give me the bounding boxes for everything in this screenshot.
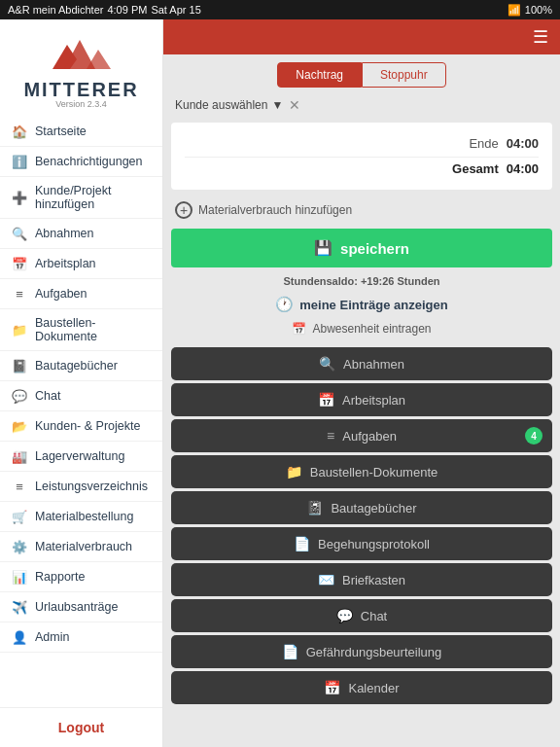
admin-icon: 👤 bbox=[12, 629, 27, 645]
begehungsprotokoll-menu-icon: 📄 bbox=[294, 536, 310, 551]
menu-item-bautagebuecher[interactable]: 📓 Bautagebücher bbox=[171, 491, 552, 524]
stoppuhr-toggle[interactable]: Stoppuhr bbox=[362, 62, 446, 88]
menu-item-gefaehrdungsbeurteilung[interactable]: 📄 Gefährdungsbeurteilung bbox=[171, 635, 552, 668]
aufgaben-menu-icon: ≡ bbox=[327, 428, 334, 444]
app-container: MITTERER Version 2.3.4 🏠 Startseite ℹ️ B… bbox=[0, 19, 560, 747]
sidebar-item-lagerverwaltung[interactable]: 🏭 Lagerverwaltung bbox=[0, 442, 162, 472]
materialbestellung-icon: 🛒 bbox=[12, 509, 27, 524]
menu-item-abnahmen[interactable]: 🔍 Abnahmen bbox=[171, 347, 552, 380]
meine-eintraege-row[interactable]: 🕐 meine Einträge anzeigen bbox=[163, 291, 560, 318]
gesamt-label: Gesamt bbox=[452, 161, 499, 176]
abnahmen-icon: 🔍 bbox=[12, 226, 27, 241]
aufgaben-icon: ≡ bbox=[12, 286, 27, 302]
plus-circle-icon: + bbox=[175, 201, 192, 219]
kunde-select-label: Kunde auswählen bbox=[175, 98, 267, 112]
menu-item-arbeitsplan[interactable]: 📅 Arbeitsplan bbox=[171, 383, 552, 416]
version-label: Version 2.3.4 bbox=[12, 99, 151, 109]
badge-aufgaben: 4 bbox=[525, 427, 542, 445]
abnahmen-menu-icon: 🔍 bbox=[319, 356, 335, 372]
main-header: ☰ bbox=[163, 19, 560, 54]
sidebar-item-aufgaben[interactable]: ≡ Aufgaben bbox=[0, 279, 162, 309]
menu-label-begehungsprotokoll: Begehungsprotokoll bbox=[318, 537, 430, 551]
menu-label-baustellen-dokumente: Baustellen-Dokumente bbox=[310, 465, 438, 480]
menu-label-briefkasten: Briefkasten bbox=[342, 573, 405, 587]
sidebar-item-rapporte[interactable]: 📊 Rapporte bbox=[0, 562, 162, 592]
ende-value: 04:00 bbox=[507, 136, 539, 151]
sidebar-item-bautagebuecher[interactable]: 📓 Bautagebücher bbox=[0, 351, 162, 381]
sidebar-item-arbeitsplan[interactable]: 📅 Arbeitsplan bbox=[0, 249, 162, 279]
sidebar-label-kunden-projekte: Kunden- & Projekte bbox=[35, 419, 140, 433]
chat-menu-icon: 💬 bbox=[336, 608, 353, 623]
menu-label-abnahmen: Abnahmen bbox=[343, 357, 404, 372]
arbeitsplan-menu-icon: 📅 bbox=[318, 392, 334, 408]
kunden-projekte-icon: 📂 bbox=[12, 418, 27, 434]
sidebar-label-arbeitsplan: Arbeitsplan bbox=[35, 257, 96, 270]
sidebar-item-materialverbrauch[interactable]: ⚙️ Materialverbrauch bbox=[0, 532, 162, 562]
sidebar-label-admin: Admin bbox=[35, 630, 69, 644]
startseite-icon: 🏠 bbox=[12, 124, 27, 139]
menu-item-chat[interactable]: 💬 Chat bbox=[171, 599, 552, 632]
menu-item-aufgaben[interactable]: ≡ Aufgaben 4 bbox=[171, 419, 552, 452]
meine-eintraege-label: meine Einträge anzeigen bbox=[299, 298, 447, 312]
clock-icon: 🕐 bbox=[275, 296, 294, 313]
baustellen-dokumente-menu-icon: 📁 bbox=[286, 464, 302, 480]
sidebar-item-materialbestellung[interactable]: 🛒 Materialbestellung bbox=[0, 502, 162, 532]
menu-label-chat: Chat bbox=[361, 609, 387, 623]
svg-marker-2 bbox=[87, 50, 111, 69]
logout-button[interactable]: Logout bbox=[0, 707, 162, 747]
sidebar-nav: 🏠 Startseite ℹ️ Benachrichtigungen ➕ Kun… bbox=[0, 113, 162, 707]
sidebar-item-urlaubsantraege[interactable]: ✈️ Urlaubsanträge bbox=[0, 592, 162, 622]
sidebar-item-kunden-projekte[interactable]: 📂 Kunden- & Projekte bbox=[0, 411, 162, 442]
calendar-icon: 📅 bbox=[292, 322, 306, 336]
stundensaldo-row: Stundensaldo: +19:26 Stunden bbox=[163, 271, 560, 291]
gefaehrdungsbeurteilung-menu-icon: 📄 bbox=[282, 644, 298, 659]
chat-icon: 💬 bbox=[12, 388, 27, 404]
toggle-row: Nachtrag Stoppuhr bbox=[163, 54, 560, 93]
gesamt-row: Gesamt 04:00 bbox=[185, 157, 539, 180]
sidebar-logo: MITTERER Version 2.3.4 bbox=[0, 19, 162, 113]
date-label: Sat Apr 15 bbox=[151, 4, 200, 16]
kunde-select[interactable]: Kunde auswählen ▼ bbox=[175, 98, 283, 112]
menu-item-kalender[interactable]: 📅 Kalender bbox=[171, 671, 552, 704]
status-bar: A&R mein Abdichter 4:09 PM Sat Apr 15 📶 … bbox=[0, 0, 560, 19]
menu-label-aufgaben: Aufgaben bbox=[342, 429, 397, 444]
sidebar-item-leistungsverzeichnis[interactable]: ≡ Leistungsverzeichnis bbox=[0, 472, 162, 502]
sidebar-item-startseite[interactable]: 🏠 Startseite bbox=[0, 117, 162, 147]
sidebar-label-kunde-projekt: Kunde/Projekt hinzufügen bbox=[35, 184, 151, 211]
gesamt-value: 04:00 bbox=[507, 161, 539, 176]
briefkasten-menu-icon: ✉️ bbox=[318, 572, 334, 587]
sidebar-label-materialbestellung: Materialbestellung bbox=[35, 510, 133, 523]
save-label: speichern bbox=[340, 240, 409, 257]
sidebar-label-rapporte: Rapporte bbox=[35, 570, 85, 584]
sidebar-item-abnahmen[interactable]: 🔍 Abnahmen bbox=[0, 219, 162, 249]
close-kunde-icon[interactable]: ✕ bbox=[289, 97, 300, 113]
menu-item-baustellen-dokumente[interactable]: 📁 Baustellen-Dokumente bbox=[171, 455, 552, 488]
lagerverwaltung-icon: 🏭 bbox=[12, 448, 27, 464]
add-material-row[interactable]: + Materialverbrauch hinzufügen bbox=[163, 196, 560, 225]
bottom-menu: 🔍 Abnahmen 📅 Arbeitsplan ≡ Aufgaben 4 📁 … bbox=[163, 343, 560, 747]
save-button[interactable]: 💾 speichern bbox=[171, 229, 552, 267]
main-content: ☰ Nachtrag Stoppuhr Kunde auswählen ▼ ✕ … bbox=[163, 19, 560, 747]
sidebar-item-admin[interactable]: 👤 Admin bbox=[0, 622, 162, 653]
battery-label: 100% bbox=[525, 4, 552, 16]
leistungsverzeichnis-icon: ≡ bbox=[12, 479, 27, 494]
sidebar-label-startseite: Startseite bbox=[35, 124, 87, 138]
sidebar-item-benachrichtigungen[interactable]: ℹ️ Benachrichtigungen bbox=[0, 147, 162, 177]
sidebar-label-leistungsverzeichnis: Leistungsverzeichnis bbox=[35, 480, 148, 493]
sidebar-item-kunde-projekt[interactable]: ➕ Kunde/Projekt hinzufügen bbox=[0, 177, 162, 219]
sidebar-item-baustellen-dokumente[interactable]: 📁 Baustellen-Dokumente bbox=[0, 309, 162, 351]
sidebar-label-materialverbrauch: Materialverbrauch bbox=[35, 540, 132, 553]
nachtrag-toggle[interactable]: Nachtrag bbox=[277, 62, 362, 88]
time-label: 4:09 PM bbox=[107, 4, 147, 16]
hamburger-icon[interactable]: ☰ bbox=[533, 26, 548, 48]
sidebar-item-chat[interactable]: 💬 Chat bbox=[0, 381, 162, 411]
arbeitsplan-icon: 📅 bbox=[12, 256, 27, 271]
kalender-menu-icon: 📅 bbox=[324, 680, 340, 695]
abwesenheit-row[interactable]: 📅 Abwesenheit eintragen bbox=[163, 318, 560, 343]
menu-item-begehungsprotokoll[interactable]: 📄 Begehungsprotokoll bbox=[171, 527, 552, 560]
carrier-label: A&R mein Abdichter bbox=[8, 4, 103, 16]
sidebar-label-abnahmen: Abnahmen bbox=[35, 227, 93, 240]
menu-item-briefkasten[interactable]: ✉️ Briefkasten bbox=[171, 563, 552, 596]
ende-row: Ende 04:00 bbox=[185, 132, 539, 155]
baustellen-dokumente-icon: 📁 bbox=[12, 322, 27, 338]
